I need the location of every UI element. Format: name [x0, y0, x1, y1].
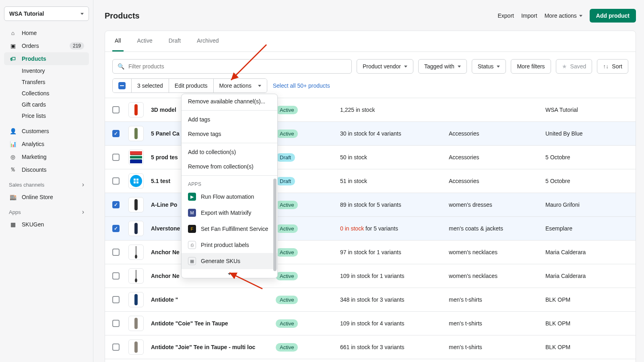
dd-generate-skus[interactable]: ▦Generate SKUs [182, 253, 277, 269]
filter-status[interactable]: Status [472, 59, 506, 74]
vendor-cell: Esemplare [545, 225, 628, 232]
tab-active[interactable]: Active [135, 31, 155, 51]
tag-icon: 🏷 [9, 56, 17, 62]
saved-button[interactable]: ★Saved [556, 59, 592, 74]
row-checkbox[interactable] [112, 272, 120, 280]
bulk-selected-count[interactable]: 3 selected [132, 79, 169, 93]
type-cell: men's t-shirts [449, 320, 545, 327]
inventory-cell: 50 in stock [340, 154, 449, 160]
filter-vendor[interactable]: Product vendor [357, 59, 413, 74]
add-product-button[interactable]: Add product [590, 9, 636, 23]
dd-remove-channels[interactable]: Remove available channel(s)... [182, 94, 277, 109]
svg-rect-6 [134, 179, 136, 181]
type-cell: men's t-shirts [449, 296, 545, 303]
search-input[interactable] [128, 63, 347, 70]
app-icon: ▦ [9, 221, 17, 228]
svg-point-15 [135, 278, 137, 282]
type-cell: men's t-shirts [449, 344, 545, 350]
vendor-cell: Maria Calderara [545, 249, 628, 255]
dd-add-collections[interactable]: Add to collection(s) [182, 145, 277, 159]
dd-run-flow[interactable]: ▶Run Flow automation [182, 189, 277, 205]
nav-orders[interactable]: ▣Orders219 [4, 39, 89, 52]
table-row[interactable]: Asymmetric Dress in Black 16kg BisActive… [105, 359, 636, 362]
vendor-cell: Maria Calderara [545, 273, 628, 279]
nav-price-lists[interactable]: Price lists [4, 110, 89, 121]
row-checkbox[interactable] [112, 177, 120, 185]
row-checkbox[interactable] [112, 320, 120, 327]
table-row[interactable]: Antidote "Active348 in stock for 3 varia… [105, 288, 636, 311]
nav-analytics[interactable]: 📊Analytics [4, 138, 89, 150]
header-more-actions[interactable]: More actions [545, 12, 582, 19]
divider [182, 110, 277, 111]
import-link[interactable]: Import [521, 12, 537, 19]
nav-marketing[interactable]: ◎Marketing [4, 150, 89, 163]
dd-remove-collections[interactable]: Remove from collection(s) [182, 159, 277, 174]
section-sales-channels[interactable]: Sales channels› [4, 176, 89, 191]
tab-draft[interactable]: Draft [166, 31, 183, 51]
dd-remove-tags[interactable]: Remove tags [182, 127, 277, 141]
product-name[interactable]: Antidote "Coie" Tee in Taupe [151, 320, 276, 327]
row-checkbox[interactable] [112, 225, 120, 232]
product-thumbnail [128, 150, 144, 165]
nav-skugen[interactable]: ▦SKUGen [4, 218, 89, 231]
bulk-edit-button[interactable]: Edit products [169, 79, 214, 93]
dd-print-labels[interactable]: ⎙Print product labels [182, 237, 277, 253]
tab-all[interactable]: All [112, 31, 124, 51]
row-checkbox[interactable] [112, 296, 120, 303]
sort-button[interactable]: ↑↓Sort [597, 59, 628, 74]
status-badge: Draft [276, 153, 295, 162]
status-badge: Active [276, 343, 298, 352]
product-name[interactable]: Antidote " [151, 296, 276, 303]
bulk-more-actions[interactable]: More actions [214, 79, 267, 93]
dd-set-fan[interactable]: FSet Fan Fulfillment Service [182, 221, 277, 237]
section-apps[interactable]: Apps› [4, 204, 89, 218]
star-icon: ★ [562, 63, 567, 70]
product-name[interactable]: Antidote "Joie" Tee in Taupe - multi loc [151, 344, 276, 350]
bulk-check-indeterminate[interactable] [113, 79, 132, 93]
checkbox-indeterminate-icon [118, 82, 126, 89]
nav-gift-cards[interactable]: Gift cards [4, 99, 89, 110]
search-box[interactable]: 🔍 [112, 59, 352, 74]
vendor-cell: BLK OPM [545, 344, 628, 350]
row-checkbox[interactable] [112, 106, 120, 113]
nav-discounts[interactable]: ％Discounts [4, 163, 89, 176]
table-row[interactable]: Antidote "Joie" Tee in Taupe - multi loc… [105, 335, 636, 359]
store-icon: 🏬 [9, 194, 17, 200]
inventory-cell: 109 in stock for 4 variants [340, 320, 449, 327]
search-icon: 🔍 [118, 63, 124, 70]
table-row[interactable]: Antidote "Coie" Tee in TaupeActive109 in… [105, 311, 636, 335]
row-checkbox[interactable] [112, 249, 120, 256]
nav-online-store[interactable]: 🏬Online Store [4, 191, 89, 204]
svg-rect-4 [130, 160, 142, 163]
nav-inventory[interactable]: Inventory [4, 65, 89, 76]
row-checkbox[interactable] [112, 343, 120, 351]
tab-archived[interactable]: Archived [194, 31, 221, 51]
row-checkbox[interactable] [112, 201, 120, 208]
dd-apps-heading: APPS [182, 177, 277, 189]
discount-icon: ％ [9, 166, 17, 173]
export-link[interactable]: Export [497, 12, 514, 19]
scrollbar[interactable] [273, 179, 277, 271]
nav-transfers[interactable]: Transfers [4, 76, 89, 88]
filter-tagged[interactable]: Tagged with [418, 59, 467, 74]
status-badge: Active [276, 224, 298, 233]
dd-export-matrixify[interactable]: MExport with Matrixify [182, 205, 277, 221]
row-checkbox[interactable] [112, 154, 120, 161]
divider [182, 175, 277, 176]
dd-scroll-down-caret[interactable] [182, 269, 277, 278]
nav-collections[interactable]: Collections [4, 88, 89, 99]
filter-more[interactable]: More filters [511, 59, 551, 74]
inventory-cell: 0 in stock for 5 variants [340, 225, 449, 232]
nav-customers[interactable]: 👤Customers [4, 125, 89, 138]
inventory-cell: 89 in stock for 5 variants [340, 202, 449, 208]
nav-products[interactable]: 🏷Products [4, 52, 89, 65]
vendor-cell: BLK OPM [545, 320, 628, 327]
status-badge: Active [276, 106, 298, 114]
dd-add-tags[interactable]: Add tags [182, 112, 277, 127]
svg-rect-7 [136, 179, 138, 181]
row-checkbox[interactable] [112, 130, 120, 137]
type-cell: men's coats & jackets [449, 225, 545, 232]
nav-home[interactable]: ⌂Home [4, 27, 89, 39]
store-selector[interactable]: WSA Tutorial [4, 6, 89, 21]
select-all-link[interactable]: Select all 50+ products [273, 82, 330, 89]
